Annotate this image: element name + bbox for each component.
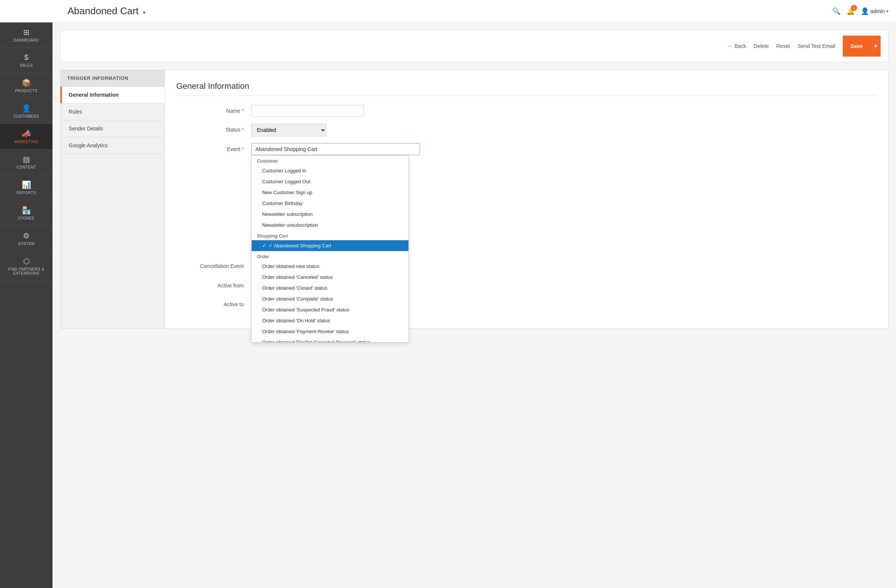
reports-icon: 📊	[22, 180, 31, 189]
action-bar: ← Back Delete Reset Send Test Email Save…	[60, 30, 888, 62]
delete-label: Delete	[753, 43, 768, 49]
admin-label: admin	[870, 8, 885, 14]
dropdown-option-customer_logged_in[interactable]: Customer Logged In	[251, 165, 408, 176]
dropdown-option-order_suspected_fraud[interactable]: Order obtained 'Suspected Fraud' status	[251, 304, 408, 315]
sidebar-item-label-customers: CUSTOMERS	[14, 114, 39, 119]
main-content: ← Back Delete Reset Send Test Email Save…	[52, 23, 896, 588]
active-from-label: Active from	[176, 280, 251, 289]
sidebar: ⊞ DASHBOARD $ SALES 📦 PRODUCTS 👤 CUSTOME…	[0, 0, 52, 588]
dropdown-option-order_on_hold[interactable]: Order obtained 'On Hold' status	[251, 315, 408, 326]
dropdown-option-order_new_status[interactable]: Order obtained new status	[251, 261, 408, 272]
dashboard-icon: ⊞	[23, 28, 30, 37]
stores-icon: 🏪	[22, 206, 31, 215]
sidebar-item-label-sales: SALES	[20, 63, 33, 67]
sidebar-item-label-content: CONTENT	[17, 165, 36, 169]
sidebar-item-label-reports: REPORTS	[17, 191, 36, 195]
dropdown-option-order_canceled[interactable]: Order obtained 'Canceled' status	[251, 272, 408, 283]
top-header: Abandoned Cart ▾ 🔍 🔔 1 👤 admin ▾	[0, 0, 896, 23]
section-title: General Information	[176, 81, 877, 96]
delete-button[interactable]: Delete	[753, 43, 768, 49]
sidebar-item-customers[interactable]: 👤 CUSTOMERS	[0, 99, 52, 124]
event-dropdown-list[interactable]: CustomerCustomer Logged InCustomer Logge…	[251, 155, 409, 343]
header-actions: 🔍 🔔 1 👤 admin ▾	[832, 7, 888, 15]
sidebar-item-sales[interactable]: $ SALES	[0, 48, 52, 73]
status-select[interactable]: Enabled Disabled	[251, 124, 326, 137]
dropdown-group-customer: Customer	[251, 155, 408, 165]
send-test-email-button[interactable]: Send Test Email	[797, 43, 835, 49]
sidebar-item-label-products: PRODUCTS	[15, 89, 38, 93]
sidebar-item-marketing[interactable]: 📣 MARKETING	[0, 124, 52, 149]
dropdown-option-newsletter_unsubscription[interactable]: Newsletter unsubscription	[251, 220, 408, 231]
reset-label: Reset	[776, 43, 790, 49]
save-label: Save	[843, 40, 870, 53]
name-label: Name *	[176, 105, 251, 114]
right-panel: General Information Name * Status * Enab…	[165, 70, 888, 329]
marketing-icon: 📣	[22, 129, 31, 138]
content-icon: ▤	[23, 155, 30, 164]
notifications-icon[interactable]: 🔔 1	[846, 7, 855, 15]
event-dropdown-trigger[interactable]: Abandoned Shopping Cart	[251, 143, 420, 155]
active-to-label: Active to	[176, 298, 251, 307]
nav-item-general[interactable]: General Information	[60, 87, 165, 103]
event-label: Event *	[176, 143, 251, 152]
sidebar-item-extensions[interactable]: ⬡ FIND PARTNERS & EXTENSIONS	[0, 251, 52, 281]
save-dropdown-arrow[interactable]: ▾	[870, 40, 881, 53]
admin-dropdown-arrow: ▾	[886, 9, 888, 14]
page-title: Abandoned Cart ▾	[60, 5, 832, 17]
dropdown-group-order: Order	[251, 251, 408, 261]
dropdown-option-order_payment_review[interactable]: Order obtained 'Payment Review' status	[251, 326, 408, 337]
status-field-row: Status * Enabled Disabled	[176, 124, 877, 137]
name-field-row: Name *	[176, 105, 877, 117]
sidebar-item-label-dashboard: DASHBOARD	[14, 38, 39, 43]
save-button[interactable]: Save ▾	[843, 36, 881, 56]
back-button[interactable]: ← Back	[728, 43, 746, 49]
dropdown-option-order_complete[interactable]: Order obtained 'Complete' status	[251, 293, 408, 304]
page-title-dropdown-arrow[interactable]: ▾	[143, 9, 146, 15]
event-required: *	[242, 146, 244, 152]
event-selected-value: Abandoned Shopping Cart	[255, 146, 317, 152]
extensions-icon: ⬡	[23, 257, 30, 266]
name-input[interactable]	[251, 105, 364, 117]
name-required: *	[242, 108, 244, 114]
dropdown-option-newsletter_subscription[interactable]: Newsletter subscription	[251, 209, 408, 220]
page-title-text: Abandoned Cart	[67, 5, 139, 17]
back-label: ← Back	[728, 43, 746, 49]
sidebar-item-products[interactable]: 📦 PRODUCTS	[0, 73, 52, 99]
dropdown-option-customer_logged_out[interactable]: Customer Logged Out	[251, 176, 408, 187]
nav-item-analytics[interactable]: Google Analytics	[60, 137, 165, 154]
status-label: Status *	[176, 124, 251, 133]
dropdown-option-abandoned_shopping_cart[interactable]: ✓ Abandoned Shopping Cart	[251, 240, 408, 251]
sidebar-item-content[interactable]: ▤ CONTENT	[0, 149, 52, 175]
dropdown-group-shopping-cart: Shopping Cart	[251, 231, 408, 240]
dropdown-option-customer_birthday[interactable]: Customer Birthday	[251, 198, 408, 209]
sales-icon: $	[24, 53, 28, 62]
dropdown-option-order_closed[interactable]: Order obtained 'Closed' status	[251, 283, 408, 293]
event-dropdown-container: Abandoned Shopping Cart CustomerCustomer…	[251, 143, 420, 155]
content-layout: TRIGGER INFORMATION General InformationR…	[60, 70, 888, 329]
left-panel-header: TRIGGER INFORMATION	[60, 70, 165, 87]
admin-menu[interactable]: 👤 admin ▾	[861, 7, 888, 15]
search-icon[interactable]: 🔍	[832, 7, 841, 15]
sidebar-item-label-extensions: FIND PARTNERS & EXTENSIONS	[3, 267, 50, 275]
system-icon: ⚙	[23, 231, 30, 240]
dropdown-option-order_paypal_canceled_reversal[interactable]: Order obtained 'PayPal Canceled Reversal…	[251, 337, 408, 343]
dropdown-option-new_customer_sign_up[interactable]: New Customer Sign up	[251, 187, 408, 198]
reset-button[interactable]: Reset	[776, 43, 790, 49]
nav-item-sender[interactable]: Sender Details	[60, 120, 165, 137]
sidebar-item-label-marketing: MARKETING	[14, 140, 38, 144]
sidebar-item-reports[interactable]: 📊 REPORTS	[0, 175, 52, 201]
products-icon: 📦	[22, 78, 31, 87]
sidebar-item-stores[interactable]: 🏪 STORES	[0, 201, 52, 226]
cancellation-event-label: Cancellation Event	[176, 260, 251, 269]
sidebar-item-label-stores: STORES	[18, 216, 35, 220]
sidebar-item-system[interactable]: ⚙ SYSTEM	[0, 226, 52, 251]
sidebar-item-dashboard[interactable]: ⊞ DASHBOARD	[0, 23, 52, 48]
status-required: *	[242, 127, 244, 133]
left-panel: TRIGGER INFORMATION General InformationR…	[60, 70, 165, 329]
notification-badge: 1	[851, 5, 857, 11]
customers-icon: 👤	[22, 104, 31, 113]
nav-item-rules[interactable]: Rules	[60, 103, 165, 120]
send-test-email-label: Send Test Email	[797, 43, 835, 49]
sidebar-item-label-system: SYSTEM	[18, 242, 35, 246]
event-field-row: Event * Abandoned Shopping Cart Customer…	[176, 143, 877, 155]
